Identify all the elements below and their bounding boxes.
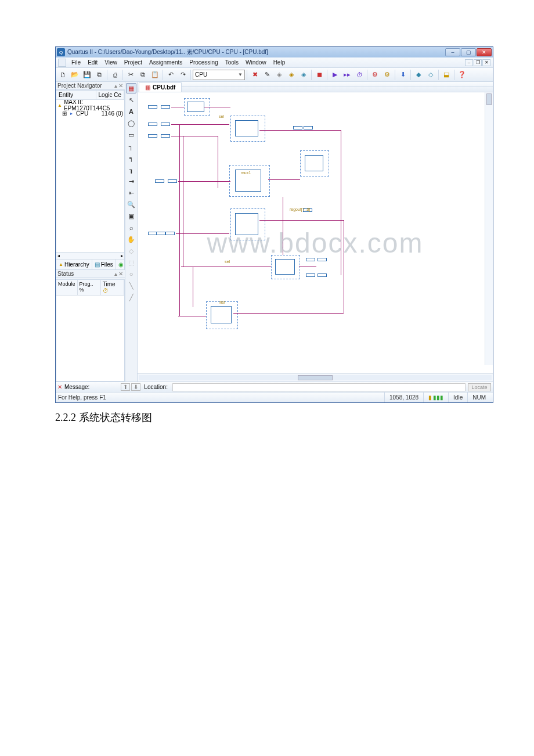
stop-icon[interactable]: ◼	[313, 69, 325, 81]
copy-icon[interactable]: ⧉	[137, 69, 149, 81]
doc-tab-bar: ▦CPU.bdf	[138, 82, 493, 92]
col-module[interactable]: Module	[56, 280, 78, 295]
menu-tools[interactable]: Tools	[222, 59, 242, 66]
close-button[interactable]: ✕	[477, 48, 492, 56]
all-icon[interactable]: ◇	[126, 246, 136, 256]
hand-icon[interactable]: ✋	[126, 234, 136, 244]
help-icon[interactable]: ❓	[456, 69, 468, 81]
save-icon[interactable]: 💾	[81, 69, 93, 81]
cells-value: 1146 (0)	[102, 110, 123, 117]
menu-help[interactable]: Help	[270, 59, 289, 66]
cut-icon[interactable]: ✂	[125, 69, 136, 81]
rect-tool-icon[interactable]: ▭	[126, 129, 136, 140]
status-header[interactable]: Status ▴✕	[56, 270, 125, 278]
help-hint: For Help, press F1	[58, 394, 106, 401]
sim-icon[interactable]: ⚙	[369, 69, 381, 81]
paste-icon[interactable]: 📋	[149, 69, 161, 81]
window-title: Quartus II - C:/Users/Dao-Young/Desktop/…	[67, 48, 445, 56]
canvas-vscroll[interactable]	[485, 92, 493, 365]
projnav-header[interactable]: Project Navigator ▴✕	[56, 82, 125, 90]
locate-button[interactable]: Locate	[468, 383, 491, 391]
menu-window[interactable]: Window	[242, 59, 270, 66]
schematic-toolstrip: ▦ ↖ A ◯ ▭ ┐ ┑ ┒ ⇥ ⇤ 🔍 ▣ ⌕ ✋ ◇ ⬚ ○ ╲ ╱	[125, 82, 138, 381]
doc-tab-cpu[interactable]: ▦CPU.bdf	[139, 82, 182, 92]
project-combo[interactable]: CPU▼	[193, 70, 245, 80]
chip-icon[interactable]: ⬓	[441, 69, 452, 81]
menu-file[interactable]: File	[68, 59, 84, 66]
mdi-minimize[interactable]: –	[465, 59, 473, 66]
title-bar[interactable]: Q Quartus II - C:/Users/Dao-Young/Deskto…	[56, 47, 493, 57]
maximize-button[interactable]: ▢	[461, 48, 476, 56]
diag2-icon[interactable]: ╱	[126, 292, 136, 303]
idle-cell: Idle	[448, 393, 467, 402]
zoom-icon[interactable]: 🔍	[126, 199, 136, 210]
status-bar: For Help, press F1 1058, 1028 ▮▮▮▮ Idle …	[56, 392, 493, 402]
col-time[interactable]: Time ⏱	[101, 280, 124, 295]
menu-view[interactable]: View	[101, 59, 121, 66]
find-icon[interactable]: ⌕	[126, 222, 136, 233]
menu-edit[interactable]: Edit	[84, 59, 101, 66]
menu-processing[interactable]: Processing	[186, 59, 221, 66]
project-navigator: Entity Logic Ce ▲MAX II: EPM1270T144C5 ⊞…	[56, 90, 125, 270]
print-icon[interactable]: ⎙	[109, 69, 121, 81]
rpt2-icon[interactable]: ◇	[425, 69, 436, 81]
entity-cpu[interactable]: CPU	[76, 110, 88, 117]
undo-icon[interactable]: ↶	[165, 69, 176, 81]
status-body	[56, 296, 124, 381]
nav-hscroll[interactable]: ◂▸	[56, 252, 124, 259]
prog-icon[interactable]: ⬇	[397, 69, 409, 81]
canvas-hscroll[interactable]	[138, 373, 493, 381]
col-logic[interactable]: Logic Ce	[96, 91, 124, 99]
orth3-icon[interactable]: ┒	[126, 164, 136, 175]
orth2-icon[interactable]: ┑	[126, 153, 136, 163]
compile-icon[interactable]: ▶	[329, 69, 341, 81]
settings-icon[interactable]: ✖	[249, 69, 261, 81]
menu-bar: File Edit View Project Assignments Proce…	[56, 57, 493, 68]
minimize-button[interactable]: –	[445, 48, 460, 56]
col-entity[interactable]: Entity	[56, 91, 96, 99]
mdi-restore[interactable]: ❐	[474, 59, 482, 66]
sim2-icon[interactable]: ⚙	[381, 69, 393, 81]
timing-icon[interactable]: ⏱	[353, 69, 365, 81]
new-icon[interactable]: 🗋	[57, 69, 68, 81]
orth1-icon[interactable]: ┐	[126, 141, 136, 152]
redo-icon[interactable]: ↷	[177, 69, 189, 81]
device-icon[interactable]: ◈	[273, 69, 285, 81]
block-tool-icon[interactable]: ▦	[126, 83, 136, 93]
nav-up-icon[interactable]: ⬆	[121, 383, 130, 391]
rpt-icon[interactable]: ◆	[413, 69, 424, 81]
location-combo[interactable]	[172, 383, 466, 391]
gate-icon[interactable]: ◈	[298, 69, 309, 81]
pointer-tool-icon[interactable]: ↖	[126, 95, 136, 105]
mdi-close[interactable]: ✕	[482, 59, 490, 66]
tab-hierarchy[interactable]: ▲Hierarchy	[56, 260, 92, 269]
location-label: Location:	[144, 384, 168, 390]
workspace: Project Navigator ▴✕ Entity Logic Ce ▲MA…	[56, 82, 493, 381]
msg-close-icon[interactable]: ✕	[57, 384, 62, 390]
nav-down-icon[interactable]: ⬇	[131, 383, 140, 391]
text-tool-icon[interactable]: A	[126, 106, 136, 117]
toolbar: 🗋 📂 💾 ⧉ ⎙ ✂ ⧉ 📋 ↶ ↷ CPU▼ ✖ ✎ ◈ ◈ ◈ ◼ ▶ ▸…	[56, 68, 493, 82]
tab-files[interactable]: ▤Files	[92, 260, 116, 269]
menu-project[interactable]: Project	[121, 59, 146, 66]
diag1-icon[interactable]: ╲	[126, 280, 136, 291]
entity-tree[interactable]: ▲MAX II: EPM1270T144C5 ⊞▸CPU1146 (0)	[56, 100, 124, 252]
saveall-icon[interactable]: ⧉	[93, 69, 105, 81]
projnav-title: Project Navigator	[57, 82, 102, 89]
left-panel: Project Navigator ▴✕ Entity Logic Ce ▲MA…	[56, 82, 125, 381]
rubber1-icon[interactable]: ⬚	[126, 257, 136, 268]
rubber2-icon[interactable]: ○	[126, 269, 136, 279]
fullview-icon[interactable]: ▣	[126, 211, 136, 221]
bus2-icon[interactable]: ⇤	[126, 188, 136, 198]
col-prog[interactable]: Prog.. %	[78, 280, 101, 295]
expand-icon[interactable]: ⊞	[62, 110, 67, 117]
symbol-tool-icon[interactable]: ◯	[126, 118, 136, 128]
schematic-canvas[interactable]: sel mux1 regout[7..0] sel inst	[138, 92, 493, 373]
pin-icon[interactable]: ✎	[261, 69, 273, 81]
tq-icon[interactable]: ◈	[286, 69, 297, 81]
analyze-icon[interactable]: ▸▸	[341, 69, 353, 81]
num-cell: NUM	[467, 393, 490, 402]
open-icon[interactable]: 📂	[69, 69, 81, 81]
bus1-icon[interactable]: ⇥	[126, 176, 136, 186]
menu-assignments[interactable]: Assignments	[146, 59, 186, 66]
